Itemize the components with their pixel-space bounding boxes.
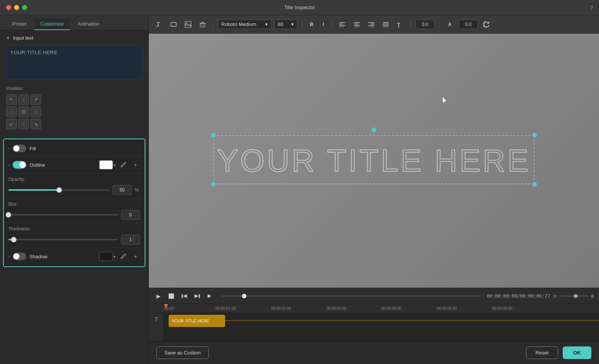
ruler-mark-5: 00:00:05:00 (437, 306, 457, 311)
window-controls[interactable] (6, 5, 27, 10)
timeline-area: ▶ (149, 288, 599, 341)
play-button[interactable]: ▶ (153, 291, 163, 301)
shadow-toggle[interactable] (13, 253, 26, 260)
svg-marker-34 (208, 294, 211, 298)
tab-animation[interactable]: Animation (71, 18, 106, 30)
save-as-custom-button[interactable]: Save as Custom (156, 346, 209, 359)
align-justify-button[interactable] (380, 19, 391, 30)
image-tool-button[interactable] (182, 19, 194, 30)
handle-top-center[interactable] (372, 127, 376, 132)
zoom-out-icon[interactable]: ⊖ (553, 293, 557, 299)
ruler-mark-4: 00:00:04:00 (382, 306, 402, 311)
timeline-tracks: T YOUR TITLE HERE (149, 313, 599, 341)
svg-text:T: T (397, 22, 400, 27)
tab-preset[interactable]: Preset (6, 18, 33, 30)
fill-toggle[interactable] (13, 145, 26, 152)
align-left-button[interactable] (337, 19, 348, 30)
outline-toggle[interactable] (13, 161, 26, 169)
preview-area: YOUR TITLE HERE (149, 34, 599, 288)
italic-button[interactable]: I (319, 20, 327, 29)
help-icon[interactable]: ? (590, 5, 593, 11)
fill-label: Fill (29, 146, 140, 151)
zoom-slider[interactable] (559, 295, 589, 297)
kern-value[interactable]: 0.0 (459, 20, 478, 29)
title-clip-label: YOUR TITLE HERE (172, 319, 209, 323)
input-text-box[interactable]: YOUR TITLE HERE (6, 45, 142, 80)
thickness-value[interactable]: 1 (121, 235, 140, 245)
pos-top[interactable]: ↑ (18, 94, 29, 105)
thickness-slider-track[interactable] (8, 239, 118, 240)
outline-color-swatch[interactable] (99, 160, 113, 169)
add-shadow-button[interactable]: + (131, 252, 140, 261)
pos-top-left[interactable]: ↖ (6, 94, 17, 105)
svg-rect-4 (171, 23, 176, 26)
rect-tool-button[interactable] (168, 19, 179, 30)
close-button[interactable] (6, 5, 11, 10)
handle-bottom-right[interactable] (532, 182, 537, 187)
minimize-button[interactable] (14, 5, 19, 10)
svg-marker-32 (195, 294, 198, 298)
delete-tool-button[interactable] (197, 19, 208, 30)
zoom-in-icon[interactable]: ⊕ (591, 293, 594, 299)
pos-bottom-right[interactable]: ↘ (31, 119, 41, 129)
transport-progress-bar[interactable] (221, 295, 481, 297)
font-family-select[interactable]: Roboto Medium ▾ (218, 19, 271, 29)
opacity-slider-track[interactable] (8, 189, 109, 191)
pos-left[interactable]: ← (6, 106, 17, 117)
align-center-button[interactable] (351, 19, 362, 30)
bold-button[interactable]: B (307, 20, 316, 29)
blur-slider-track[interactable] (8, 214, 118, 216)
maximize-button[interactable] (22, 5, 27, 10)
pos-bottom-left[interactable]: ↙ (6, 119, 17, 129)
shadow-color-swatch[interactable] (99, 252, 113, 261)
fill-chevron[interactable]: › (8, 147, 10, 151)
track-header: T (149, 313, 164, 341)
stop-button[interactable] (166, 291, 176, 301)
pos-bottom[interactable]: ↓ (18, 119, 29, 129)
text-tool-button[interactable]: T (153, 19, 165, 30)
reset-button[interactable]: Reset (526, 346, 558, 359)
handle-top-left[interactable] (211, 133, 216, 137)
outline-swatch-dropdown-arrow[interactable]: ▾ (114, 163, 116, 167)
input-text-section-header[interactable]: ▼ Input text (0, 31, 148, 45)
handle-bottom-left[interactable] (211, 182, 216, 187)
outline-color-swatch-group[interactable]: ▾ (99, 160, 116, 169)
text-caps-button[interactable]: T (395, 19, 406, 30)
shadow-swatch-dropdown-arrow[interactable]: ▾ (114, 254, 116, 259)
shadow-color-swatch-group[interactable]: ▾ (99, 252, 116, 261)
pos-right[interactable]: → (31, 106, 41, 117)
pos-center[interactable]: ⊡ (18, 106, 29, 117)
tracking-value[interactable]: 0.0 (415, 20, 435, 29)
preview-canvas: YOUR TITLE HERE (149, 34, 599, 288)
refresh-button[interactable] (481, 19, 492, 30)
thickness-slider-thumb[interactable] (11, 237, 16, 242)
step-forward-button[interactable] (192, 291, 202, 301)
opacity-slider-thumb[interactable] (56, 187, 62, 193)
svg-point-1 (121, 258, 122, 259)
zoom-thumb[interactable] (574, 294, 578, 298)
title-clip[interactable]: YOUR TITLE HERE (169, 315, 225, 327)
outline-chevron[interactable]: › (8, 163, 10, 167)
transport-playhead[interactable] (242, 294, 246, 298)
title-element[interactable]: YOUR TITLE HERE (217, 143, 531, 179)
align-right-button[interactable] (366, 19, 377, 30)
svg-point-0 (121, 166, 122, 168)
shadow-eyedropper-button[interactable] (119, 252, 128, 261)
handle-top-right[interactable] (532, 133, 537, 137)
prev-frame-button[interactable] (179, 291, 189, 301)
pos-top-right[interactable]: ↗ (31, 94, 41, 105)
ok-button[interactable]: OK (563, 346, 592, 359)
blur-value[interactable]: 0 (121, 210, 140, 220)
next-button[interactable] (205, 291, 215, 301)
blur-slider-row: 0 (8, 210, 140, 220)
app-title: Title Inspector (284, 5, 315, 10)
font-size-select[interactable]: 80 ▾ (274, 19, 297, 29)
tab-customize[interactable]: Customize (34, 18, 70, 30)
opacity-value[interactable]: 50 (113, 185, 132, 195)
eyedropper-button[interactable] (119, 160, 128, 169)
add-outline-button[interactable]: + (131, 160, 140, 169)
ruler-mark-1: 00:00:01:00 (216, 306, 236, 311)
blur-slider-thumb[interactable] (6, 212, 11, 217)
shadow-chevron[interactable]: › (8, 254, 10, 259)
tab-bar: Preset Customize Animation (0, 15, 148, 31)
